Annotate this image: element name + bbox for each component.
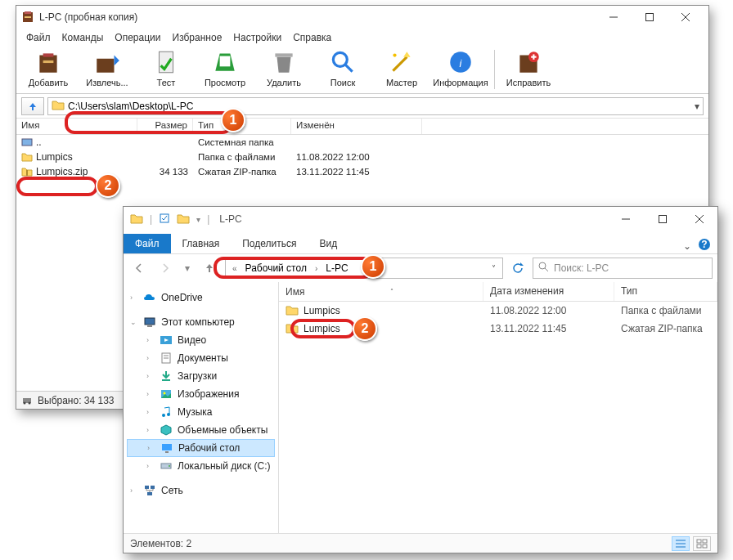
folder-icon xyxy=(21,151,33,163)
svg-rect-63 xyxy=(697,540,701,543)
folder-icon xyxy=(130,213,143,226)
search-box[interactable]: Поиск: L-PC xyxy=(533,258,713,279)
path-box[interactable]: C:\Users\slam\Desktop\L-PC ▾ xyxy=(47,97,704,115)
qat-newfolder-icon[interactable] xyxy=(177,213,190,226)
sort-asc-icon: ˄ xyxy=(390,288,393,295)
toolbar-repair[interactable]: Исправить xyxy=(501,48,555,92)
search-icon xyxy=(538,262,549,275)
qat-properties-icon[interactable] xyxy=(159,213,170,226)
list-item-folder[interactable]: Lumpics 11.08.2022 12:00 Папка с файлами xyxy=(279,302,717,320)
view-icon xyxy=(211,48,239,76)
crumb-desktop[interactable]: Рабочий стол xyxy=(242,262,310,274)
tab-share[interactable]: Поделиться xyxy=(231,234,308,253)
tree-cdrive[interactable]: ›Локальный диск (C:) xyxy=(127,457,275,475)
winrar-titlebar: L-PC (пробная копия) xyxy=(16,6,708,29)
menu-file[interactable]: Файл xyxy=(26,32,51,43)
breadcrumb-drop[interactable]: ˅ xyxy=(488,264,499,273)
col-type[interactable]: Тип xyxy=(193,119,291,134)
file-row-folder[interactable]: Lumpics Папка с файлами 11.08.2022 12:00 xyxy=(16,150,708,164)
toolbar-info[interactable]: iИнформация xyxy=(434,48,488,92)
ecol-type[interactable]: Тип xyxy=(614,282,717,301)
documents-icon xyxy=(160,352,173,365)
ribbon-expand-icon[interactable]: ⌄ xyxy=(683,240,691,252)
toolbar-test[interactable]: Тест xyxy=(139,48,193,92)
menu-settings[interactable]: Настройки xyxy=(233,32,281,43)
nav-up[interactable] xyxy=(199,258,220,279)
toolbar-add[interactable]: Добавить xyxy=(21,48,75,92)
add-icon xyxy=(34,48,62,76)
svg-point-48 xyxy=(164,392,166,395)
zip-icon xyxy=(21,166,33,177)
svg-rect-1 xyxy=(25,11,31,14)
tree-onedrive[interactable]: ›OneDrive xyxy=(127,289,275,307)
chevron-right-icon: › xyxy=(312,264,321,273)
menu-operations[interactable]: Операции xyxy=(115,32,160,43)
chevron-down-icon[interactable]: ▾ xyxy=(695,101,699,112)
tree-pictures[interactable]: ›Изображения xyxy=(127,385,275,403)
close-button[interactable] xyxy=(681,207,717,231)
onedrive-icon xyxy=(143,291,156,304)
network-icon xyxy=(143,484,156,497)
toolbar-delete[interactable]: Удалить xyxy=(257,48,311,92)
tree-desktop[interactable]: ›Рабочий стол xyxy=(127,439,275,457)
pictures-icon xyxy=(160,388,173,401)
explorer-title: L-PC xyxy=(216,213,607,225)
col-modified[interactable]: Изменён xyxy=(291,119,422,134)
minimize-button[interactable] xyxy=(596,6,632,29)
minimize-button[interactable] xyxy=(607,207,644,231)
svg-rect-56 xyxy=(145,486,149,489)
svg-marker-17 xyxy=(403,52,411,56)
svg-point-29 xyxy=(29,402,31,405)
svg-rect-57 xyxy=(151,486,155,489)
tree-video[interactable]: ›Видео xyxy=(127,331,275,349)
tree-network[interactable]: ›Сеть xyxy=(127,482,275,500)
up-button[interactable] xyxy=(21,97,44,115)
file-row-up[interactable]: .. Системная папка xyxy=(16,135,708,150)
svg-rect-11 xyxy=(160,52,173,73)
winrar-columns: Имя Размер Тип Изменён xyxy=(16,119,708,135)
maximize-button[interactable] xyxy=(644,207,681,231)
qat-dropdown[interactable]: ▾ xyxy=(196,215,200,224)
nav-back[interactable] xyxy=(128,258,150,279)
explorer-titlebar: | ▾ | L-PC xyxy=(124,207,717,231)
ecol-date[interactable]: Дата изменения xyxy=(483,282,614,301)
tab-file[interactable]: Файл xyxy=(124,234,171,253)
svg-rect-53 xyxy=(165,451,169,453)
toolbar-extract[interactable]: Извлечь... xyxy=(80,48,134,92)
svg-rect-26 xyxy=(26,170,28,176)
nav-recent[interactable]: ▾ xyxy=(181,258,194,279)
toolbar-view[interactable]: Просмотр xyxy=(198,48,252,92)
toolbar-find[interactable]: Поиск xyxy=(316,48,370,92)
tree-documents[interactable]: ›Документы xyxy=(127,349,275,367)
crumb-folder[interactable]: L-PC xyxy=(322,262,351,274)
svg-rect-25 xyxy=(22,139,32,146)
ecol-name[interactable]: Имя ˄ xyxy=(279,282,483,301)
tab-home[interactable]: Главная xyxy=(171,234,232,253)
help-icon[interactable]: ? xyxy=(698,238,711,253)
view-details-button[interactable] xyxy=(672,536,690,551)
svg-line-38 xyxy=(545,268,548,271)
close-button[interactable] xyxy=(668,6,704,29)
tree-music[interactable]: ›Музыка xyxy=(127,403,275,421)
menu-help[interactable]: Справка xyxy=(293,32,331,43)
tab-view[interactable]: Вид xyxy=(308,234,349,253)
view-icons-button[interactable] xyxy=(693,536,711,551)
tree-thispc[interactable]: ⌄Этот компьютер xyxy=(127,313,275,331)
maximize-button[interactable] xyxy=(632,6,668,29)
list-item-zip[interactable]: Lumpics 13.11.2022 11:45 Сжатая ZIP-папк… xyxy=(279,320,717,338)
nav-tree: ›OneDrive ⌄Этот компьютер ›Видео ›Докуме… xyxy=(124,282,279,533)
menu-commands[interactable]: Команды xyxy=(62,32,104,43)
breadcrumb[interactable]: « Рабочий стол › L-PC ˅ xyxy=(225,258,503,279)
ribbon-tabs: Файл Главная Поделиться Вид ⌄ ? xyxy=(124,231,717,254)
refresh-button[interactable] xyxy=(508,258,528,278)
nav-forward[interactable] xyxy=(155,258,176,279)
tree-3dobjects[interactable]: ›Объемные объекты xyxy=(127,421,275,439)
menu-favorites[interactable]: Избранное xyxy=(173,32,223,43)
svg-rect-24 xyxy=(533,54,534,59)
col-name[interactable]: Имя xyxy=(16,119,137,134)
toolbar-wizard[interactable]: Мастер xyxy=(375,48,429,92)
col-size[interactable]: Размер xyxy=(137,119,193,134)
tree-downloads[interactable]: ›Загрузки xyxy=(127,367,275,385)
file-row-zip[interactable]: Lumpics.zip 34 133 Сжатая ZIP-папка 13.1… xyxy=(16,164,708,179)
winrar-title: L-PC (пробная копия) xyxy=(39,11,596,23)
